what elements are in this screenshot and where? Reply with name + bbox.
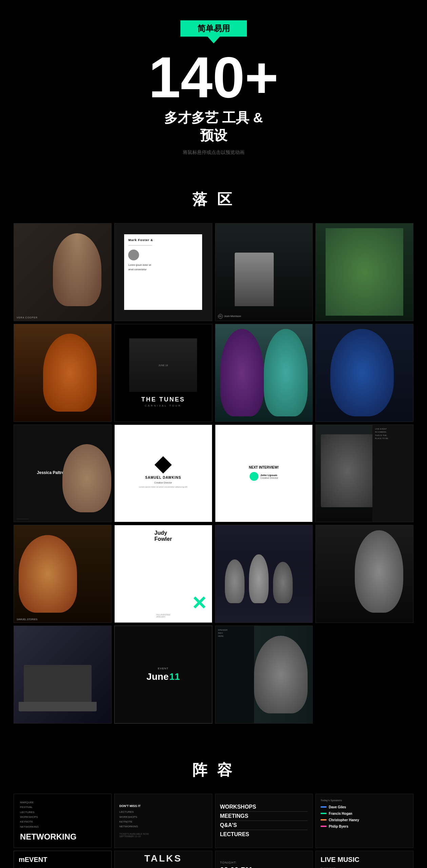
judy-name: JudyFowler (154, 530, 172, 542)
card-samuel[interactable]: SAMUEL DAWKINS Creative Director Lorem i… (114, 425, 212, 522)
card-live-music[interactable]: LIVE MUSIC FLAMING MSHOT BOY SMILETHE BE… (315, 851, 413, 868)
card-laptop[interactable] (14, 626, 112, 724)
tunes-title: THE TUNES (141, 396, 185, 403)
speakers-today-title: Today's Speakers (321, 799, 408, 802)
hero-section: 简单易用 140+ 多才多艺 工具 & 预设 将鼠标悬停或点击以预览动画 (0, 0, 427, 169)
card-duo-teal[interactable] (215, 324, 313, 422)
networking-title: NETWORKING (20, 832, 105, 842)
hero-number: 140+ (7, 48, 420, 106)
card-woman-side[interactable]: VERA COOPER (14, 223, 112, 321)
card-networking[interactable]: MARQUEEFESTIVALLECTURESWORKSHOPSKEYNOTEN… (14, 794, 112, 848)
card-street[interactable] (315, 525, 413, 623)
hero-badge: 简单易用 (180, 20, 247, 37)
card-jessica[interactable]: Jessica Paltrow Festival coordinatorin N… (14, 425, 112, 522)
interview-title: NEXT INTERVIEW! (249, 466, 279, 469)
card3-label: 01 Josh Morrison (218, 314, 310, 319)
hero-subtitle: 多才多艺 工具 & 预设 (7, 109, 420, 144)
live-music-items: FLAMING MSHOT BOY SMILETHE BELLSBICK MAL… (321, 866, 408, 868)
tunes-sub: CARNIVAL TOUR (145, 405, 181, 407)
card-blue-jacket[interactable] (315, 324, 413, 422)
card-tunes[interactable]: JUNE 18 THE TUNES CARNIVAL TOUR (114, 324, 212, 422)
june-month: June (147, 671, 169, 682)
card-tonight[interactable]: TONIGHT: 09.00 PM 10.30 PM 11.30 PM (215, 851, 313, 868)
tonight-label: TONIGHT: (220, 861, 308, 864)
tonight-time1: 09.00 PM (220, 866, 308, 868)
samuel-name: SAMUEL DAWKINS (145, 476, 181, 479)
card-orange-jacket[interactable] (14, 324, 112, 422)
mevent-title: mEVENT (19, 856, 106, 864)
interview-role: Creative Director (260, 477, 278, 479)
card-speakers-today[interactable]: Today's Speakers Dave Giles Francis Hoga… (315, 794, 413, 848)
hero-description: 将鼠标悬停或点击以预览动画 (7, 150, 420, 156)
card-team-photo[interactable] (215, 525, 313, 623)
june-label: EVENT (158, 667, 169, 670)
interview-person: John Lipsum (260, 474, 278, 477)
card-dont-miss[interactable]: DON'T MISS IT LECTURESWORKSHOPSKEYNOTENE… (114, 794, 212, 848)
talks-items: ConferenceLecturePresentationProgramDisc… (156, 867, 171, 868)
card-green-person[interactable] (315, 223, 413, 321)
card-mark-foster[interactable]: Mark Foster & —————————— Lorem ipsum dol… (114, 223, 212, 321)
dont-miss-title: DON'T MISS IT (119, 804, 207, 808)
card-talks[interactable]: TALKS ConferenceLecturePresentationProgr… (114, 851, 212, 868)
card13-label: SAMUEL STORIES (17, 618, 109, 620)
judy-cross: ✕ (191, 594, 207, 613)
lineup-section: MARQUEEFESTIVALLECTURESWORKSHOPSKEYNOTEN… (0, 787, 427, 868)
card-interview[interactable]: NEXT INTERVIEW! John Lipsum Creative Dir… (215, 425, 313, 522)
june-day: 11 (169, 671, 180, 682)
section2-title: 阵 容 (0, 747, 427, 787)
card1-label-area: VERA COOPER (17, 316, 109, 319)
interview-avatar (250, 472, 258, 481)
card-workshops[interactable]: WORKSHOPS MEETINGS Q&A's LECTURES (215, 794, 313, 848)
card-shelf[interactable]: SAMUEL STORIES (14, 525, 112, 623)
live-music-title: LIVE MUSIC (321, 856, 408, 864)
samuel-title: Creative Director (154, 481, 172, 484)
card-mevent[interactable]: mEVENT • Introduction• Exhibitions• Lect… (14, 851, 112, 868)
card-josh-morrison[interactable]: 01 Josh Morrison (215, 223, 313, 321)
talks-title-top: TALKS (144, 853, 182, 864)
card-dark-info[interactable]: LIVE EVENTIN CAMERATHIS IS THEPLACE TO B… (315, 425, 413, 522)
card-speaker-dark[interactable]: SPEAKERINFOHERE (215, 626, 313, 724)
card-judy-fowler[interactable]: JudyFowler ✕ TALLAHASSEE JANUARY (114, 525, 212, 623)
card-june11[interactable]: EVENT June 11 (114, 626, 212, 724)
samuel-diamond (155, 456, 172, 473)
section1-title: 落 区 (0, 169, 427, 216)
cards-grid-section: VERA COOPER Mark Foster & —————————— Lor… (0, 216, 427, 747)
